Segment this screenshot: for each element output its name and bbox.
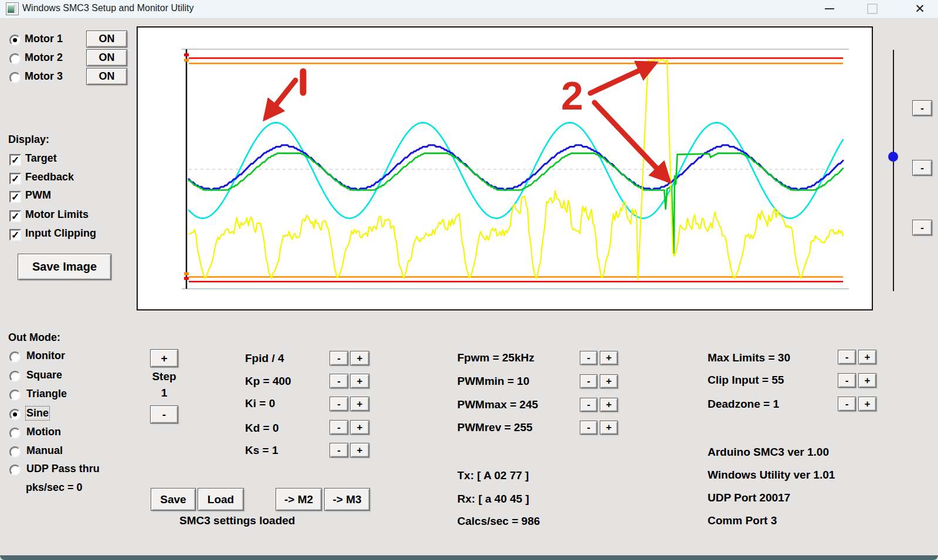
deadzone-label: Deadzone = 1 <box>708 398 779 411</box>
scope-minus-button-1[interactable]: - <box>912 100 932 116</box>
mode-monitor-radio[interactable] <box>9 351 21 363</box>
motor-1-label: Motor 1 <box>25 33 63 45</box>
scope-slider-thumb[interactable] <box>888 152 898 162</box>
close-button[interactable]: ✕ <box>907 0 933 18</box>
feedback-checkbox[interactable] <box>9 173 21 185</box>
kd-minus-button[interactable]: - <box>329 420 348 435</box>
pwmrev-minus-button[interactable]: - <box>580 421 597 435</box>
mode-sine-radio[interactable] <box>9 409 21 420</box>
motor-2-label: Motor 2 <box>25 52 63 64</box>
mode-udp-radio[interactable] <box>9 465 21 476</box>
titlebar: Windows SMC3 Setup and Monitor Utility ✕ <box>0 0 938 19</box>
motor-limits-checkbox-label: Motor Limits <box>25 209 89 221</box>
utility-version: Windows Utility ver 1.01 <box>708 469 835 482</box>
fpid-minus-button[interactable]: - <box>329 351 348 366</box>
input-clipping-checkbox[interactable] <box>9 229 21 241</box>
fpwm-plus-button[interactable]: + <box>600 351 618 365</box>
mode-manual-label: Manual <box>26 445 63 457</box>
motor-1-on-button[interactable]: ON <box>86 30 127 47</box>
pwmmin-plus-button[interactable]: + <box>600 374 618 388</box>
step-plus-button[interactable]: + <box>150 349 178 367</box>
mode-motion-radio[interactable] <box>9 428 21 439</box>
fpwm-minus-button[interactable]: - <box>580 351 597 365</box>
motor-limits-checkbox[interactable] <box>9 210 21 222</box>
ki-minus-button[interactable]: - <box>329 397 348 411</box>
load-button[interactable]: Load <box>198 488 244 511</box>
ks-plus-button[interactable]: + <box>350 443 369 457</box>
pwmmin-minus-button[interactable]: - <box>580 374 597 388</box>
mode-sine-label: Sine <box>26 407 49 419</box>
target-checkbox-label: Target <box>25 152 57 165</box>
max-limits-label: Max Limits = 30 <box>708 351 790 364</box>
app-icon <box>6 2 19 15</box>
rx-value: Rx: [ a 40 45 ] <box>457 493 529 506</box>
mode-udp-label: UDP Pass thru <box>26 463 100 475</box>
ks-minus-button[interactable]: - <box>329 443 348 457</box>
maximize-button[interactable] <box>859 0 885 18</box>
motor-2-on-button[interactable]: ON <box>86 49 127 66</box>
mode-triangle-radio[interactable] <box>9 390 21 401</box>
deadzone-minus-button[interactable]: - <box>838 397 856 411</box>
kd-label: Kd = 0 <box>245 422 279 435</box>
ki-plus-button[interactable]: + <box>350 397 369 411</box>
display-heading: Display: <box>8 134 49 146</box>
udp-port: UDP Port 20017 <box>708 491 790 504</box>
fpwm-label: Fpwm = 25kHz <box>457 351 534 364</box>
feedback-checkbox-label: Feedback <box>25 171 74 183</box>
pwmrev-plus-button[interactable]: + <box>600 421 618 435</box>
pwmrev-label: PWMrev = 255 <box>457 421 532 434</box>
settings-status: SMC3 settings loaded <box>179 514 295 527</box>
clip-input-plus-button[interactable]: + <box>858 373 876 388</box>
max-limits-minus-button[interactable]: - <box>838 350 856 364</box>
motor-3-label: Motor 3 <box>25 70 63 83</box>
clip-input-minus-button[interactable]: - <box>838 373 856 388</box>
target-checkbox[interactable] <box>9 154 21 166</box>
fpid-plus-button[interactable]: + <box>350 351 369 366</box>
max-limits-plus-button[interactable]: + <box>858 350 876 364</box>
kd-plus-button[interactable]: + <box>350 420 369 435</box>
mode-square-label: Square <box>26 369 62 381</box>
svg-text:2: 2 <box>561 73 583 118</box>
mode-monitor-label: Monitor <box>26 350 65 362</box>
mode-square-radio[interactable] <box>9 371 21 382</box>
pwm-checkbox[interactable] <box>9 191 21 203</box>
out-mode-heading: Out Mode: <box>8 332 60 344</box>
ki-label: Ki = 0 <box>245 397 275 410</box>
window-title: Windows SMC3 Setup and Monitor Utility <box>22 3 194 13</box>
kp-minus-button[interactable]: - <box>329 374 348 388</box>
scope-chart: 2 <box>137 26 873 310</box>
close-icon: ✕ <box>915 0 925 18</box>
kp-plus-button[interactable]: + <box>350 374 369 388</box>
window-bottom-edge <box>0 555 938 560</box>
ks-label: Ks = 1 <box>245 444 278 457</box>
motor-2-radio[interactable] <box>9 53 21 64</box>
mode-triangle-label: Triangle <box>26 388 67 400</box>
scope-slider-track <box>893 50 894 291</box>
to-m2-button[interactable]: -> M2 <box>276 488 322 511</box>
pwmmax-label: PWMmax = 245 <box>457 398 538 411</box>
save-image-button[interactable]: Save Image <box>18 254 111 280</box>
clip-input-label: Clip Input = 55 <box>708 374 784 387</box>
minimize-button[interactable] <box>817 0 842 18</box>
deadzone-plus-button[interactable]: + <box>858 397 876 411</box>
minimize-icon <box>825 8 834 9</box>
tx-value: Tx: [ A 02 77 ] <box>457 469 529 482</box>
motor-3-radio[interactable] <box>9 72 21 83</box>
scope-display: 2 <box>137 26 873 310</box>
pwmmin-label: PWMmin = 10 <box>457 375 529 388</box>
pwm-checkbox-label: PWM <box>25 189 51 202</box>
mode-motion-label: Motion <box>26 426 61 438</box>
step-minus-button[interactable]: - <box>150 405 178 424</box>
motor-1-radio[interactable] <box>9 35 21 46</box>
to-m3-button[interactable]: -> M3 <box>324 488 370 511</box>
comm-port: Comm Port 3 <box>708 514 777 527</box>
mode-manual-radio[interactable] <box>9 446 21 457</box>
motor-3-on-button[interactable]: ON <box>86 68 127 85</box>
input-clipping-checkbox-label: Input Clipping <box>25 227 96 240</box>
save-button[interactable]: Save <box>151 488 196 511</box>
pwmmax-minus-button[interactable]: - <box>580 398 597 412</box>
scope-minus-button-3[interactable]: - <box>912 220 932 235</box>
scope-minus-button-2[interactable]: - <box>912 160 932 176</box>
pwmmax-plus-button[interactable]: + <box>600 398 618 412</box>
maximize-icon <box>867 4 878 14</box>
